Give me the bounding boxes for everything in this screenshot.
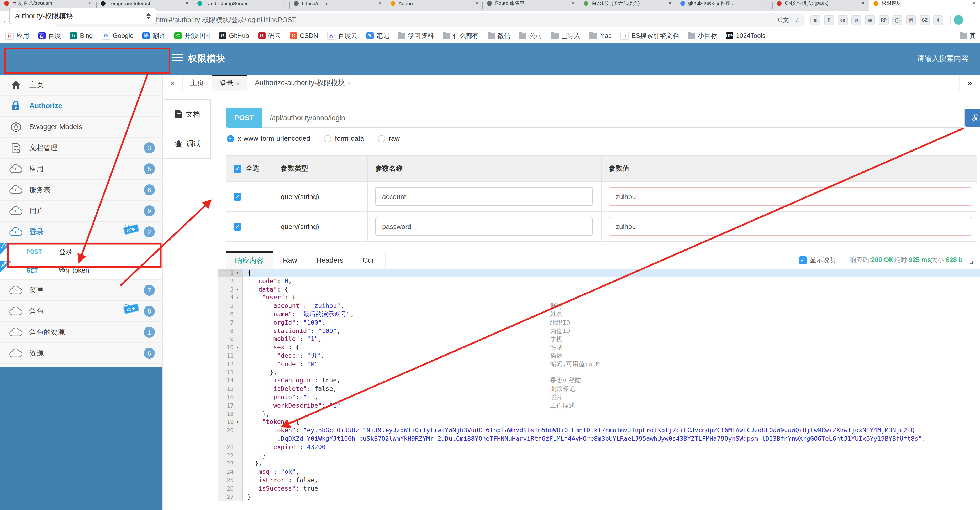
browser-tab[interactable]: Land - JumpServer✕ <box>193 0 290 11</box>
endpoint-path[interactable]: /api/authority/anno/login <box>262 108 965 128</box>
sidebar-endpoint-验证token[interactable]: NEWGET验证token <box>0 261 162 279</box>
sidebar-item-应用[interactable]: API应用5 <box>0 159 162 180</box>
sidebar-item-角色的资源[interactable]: API角色的资源1 <box>0 322 162 343</box>
gutter-cell[interactable]: 6 <box>218 311 242 319</box>
side-tab-文档[interactable]: 文档 <box>164 99 211 129</box>
fold-icon[interactable]: ▾ <box>235 285 239 294</box>
doc-tab-Authorize-authority-权限模块[interactable]: Authorize-authority-权限模块× <box>248 75 359 91</box>
tab-close-icon[interactable]: ✕ <box>668 0 672 6</box>
sidebar-item-用户[interactable]: API用户9 <box>0 201 162 222</box>
browser-tab[interactable]: Aduoo✕ <box>386 0 483 11</box>
tab-close-icon[interactable]: ✕ <box>571 0 575 6</box>
gutter-cell[interactable]: 9 <box>218 335 242 344</box>
doc-tab-登录[interactable]: 登录× <box>212 75 248 91</box>
param-name-input[interactable]: password <box>375 217 593 236</box>
tab-close-icon[interactable]: ✕ <box>861 0 865 6</box>
extension-icon[interactable]: ◯ <box>892 15 902 25</box>
extension-icon[interactable]: M <box>906 15 916 25</box>
tab-close-icon[interactable]: ✕ <box>282 0 286 6</box>
sidebar-item-登录[interactable]: API登录NEW2 <box>0 222 162 243</box>
bookmark-item[interactable]: ⣿应用 <box>5 31 29 40</box>
extension-icon[interactable]: {} <box>824 15 834 25</box>
bookmark-item[interactable]: 学习资料 <box>398 31 434 40</box>
tabbar-expand[interactable]: » <box>959 75 980 91</box>
sidebar-item-菜单[interactable]: API菜单7 <box>0 280 162 301</box>
close-icon[interactable]: × <box>236 80 240 87</box>
response-tab-Headers[interactable]: Headers <box>307 251 353 269</box>
sidebar-endpoint-登录[interactable]: NEWPOST登录 <box>0 243 162 261</box>
gutter-cell[interactable]: 3▾ <box>218 285 242 294</box>
gutter-cell[interactable]: 8 <box>218 327 242 335</box>
gutter-cell[interactable]: 7 <box>218 319 242 327</box>
gutter-cell[interactable]: 17 <box>218 402 242 410</box>
bookmark-item[interactable]: 微信 <box>488 31 511 40</box>
gutter-cell[interactable]: 23 <box>218 460 242 468</box>
bookmark-star-icon[interactable]: ☆ <box>794 16 800 24</box>
menu-icon[interactable] <box>172 54 183 63</box>
gutter-cell[interactable] <box>218 435 242 443</box>
doc-tab-主页[interactable]: 主页 <box>183 75 212 91</box>
translate-icon[interactable]: G文 <box>778 16 789 24</box>
gutter-cell[interactable]: 24 <box>218 468 242 477</box>
gutter-cell[interactable]: 14 <box>218 377 242 385</box>
tab-close-icon[interactable]: ✕ <box>88 0 92 6</box>
extension-icon[interactable]: GZ <box>920 15 930 25</box>
tab-close-icon[interactable]: ✕ <box>972 0 976 6</box>
param-checkbox[interactable] <box>234 222 242 230</box>
tab-close-icon[interactable]: ✕ <box>378 0 382 6</box>
send-button[interactable]: 发 <box>965 109 980 127</box>
fold-icon[interactable]: ▾ <box>235 344 239 352</box>
gutter-cell[interactable]: 25 <box>218 477 242 485</box>
gutter-cell[interactable]: 5 <box>218 302 242 311</box>
bookmark-item[interactable]: △百度云 <box>327 31 358 40</box>
gutter-cell[interactable]: 19▾ <box>218 418 242 427</box>
sidebar-item-资源[interactable]: API资源6 <box>0 343 162 364</box>
response-tab-响应内容[interactable]: 响应内容 <box>226 251 274 269</box>
bookmark-item[interactable]: ✎笔记 <box>366 31 389 40</box>
bookmark-item[interactable]: 已导入 <box>551 31 581 40</box>
sidebar-item-主页[interactable]: 主页 <box>0 75 162 96</box>
bookmark-item[interactable]: G码云 <box>258 31 281 40</box>
module-select[interactable]: authority-权限模块 <box>10 8 156 24</box>
param-value-input[interactable]: zuihou <box>609 187 972 206</box>
browser-tab[interactable]: 百家识别(多无法提文)✕ <box>579 0 676 11</box>
response-tab-Raw[interactable]: Raw <box>274 251 307 269</box>
extension-icon[interactable]: en <box>838 15 848 25</box>
body-mode-radio[interactable]: form-data <box>324 134 364 142</box>
fold-icon[interactable]: ▾ <box>235 418 239 427</box>
gutter-cell[interactable]: 21 <box>218 443 242 451</box>
select-all-checkbox[interactable] <box>234 165 242 172</box>
browser-tab[interactable]: Route 命名空间✕ <box>483 0 579 11</box>
param-value-input[interactable]: zuihou <box>609 217 972 236</box>
bookmark-item[interactable]: 10²⁴1024Tools <box>726 32 765 40</box>
param-name-input[interactable]: account <box>375 187 593 206</box>
browser-tab[interactable]: CN文件进入: (pack)✕ <box>773 0 869 11</box>
bookmark-item[interactable]: 公司 <box>519 31 542 40</box>
gutter-cell[interactable]: 18 <box>218 410 242 418</box>
sidebar-item-Swagger Models[interactable]: Swagger Models <box>0 116 162 138</box>
bookmark-item[interactable]: GGoogle <box>102 32 134 40</box>
response-tab-Curl[interactable]: Curl <box>353 251 386 269</box>
gutter-cell[interactable]: 20 <box>218 427 242 435</box>
gutter-cell[interactable]: 12 <box>218 360 242 369</box>
sidebar-item-Authorize[interactable]: Authorize <box>0 96 162 116</box>
bookmark-overflow-folder[interactable]: 其 <box>953 31 976 40</box>
tab-close-icon[interactable]: ✕ <box>475 0 479 6</box>
bookmark-item[interactable]: 什么都有 <box>443 31 479 40</box>
gutter-cell[interactable]: 4▾ <box>218 294 242 302</box>
extension-icon[interactable]: RP <box>879 15 889 25</box>
address-bar[interactable]: i 127.0.0.1:8760/api/gate/doc.html#/auth… <box>54 13 805 27</box>
gutter-cell[interactable]: 10▾ <box>218 344 242 352</box>
extension-icon[interactable]: ▣ <box>810 15 821 25</box>
extension-icon[interactable]: ◍ <box>865 15 875 25</box>
extension-icon[interactable]: ✳ <box>933 15 943 25</box>
fullscreen-icon[interactable] <box>966 257 973 263</box>
bookmark-item[interactable]: 百百度 <box>38 31 61 40</box>
body-mode-radio[interactable]: x-www-form-urlencoded <box>227 134 310 142</box>
browser-tab[interactable]: 权限模块✕ <box>869 0 980 11</box>
gutter-cell[interactable]: 15 <box>218 385 242 394</box>
sidebar-item-文档管理[interactable]: 文档管理3 <box>0 138 162 159</box>
gutter-cell[interactable]: 27 <box>218 493 242 501</box>
sidebar-item-角色[interactable]: API角色NEW8 <box>0 301 162 322</box>
side-tab-调试[interactable]: 调试 <box>164 129 211 159</box>
